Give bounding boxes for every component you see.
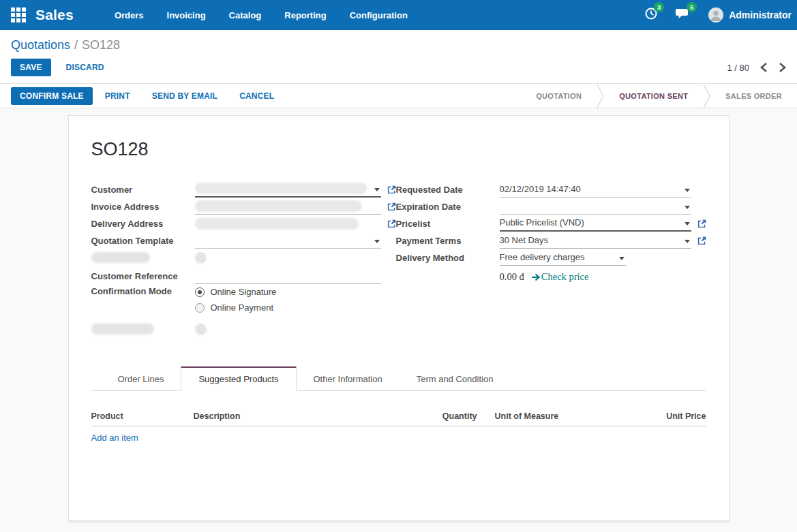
cancel-button[interactable]: CANCEL — [230, 88, 284, 104]
confirmation-mode-row: Confirmation Mode Online Signature Onlin… — [91, 284, 396, 315]
dropdown-caret-icon[interactable] — [374, 240, 380, 243]
check-price-button[interactable]: Check price — [531, 271, 589, 283]
state-sales-order[interactable]: SALES ORDER — [710, 84, 797, 108]
activities-badge: 3 — [654, 2, 664, 12]
print-button[interactable]: PRINT — [95, 88, 140, 104]
dropdown-caret-icon[interactable] — [685, 222, 690, 225]
redacted-customer-value — [195, 183, 367, 194]
dropdown-caret-icon[interactable] — [685, 206, 690, 209]
form-statusbar: CONFIRM SALE PRINT SEND BY EMAIL CANCEL … — [0, 83, 797, 108]
payment-terms-field[interactable]: 30 Net Days — [500, 234, 691, 249]
nav-item-orders[interactable]: Orders — [115, 10, 144, 20]
customer-field[interactable] — [195, 183, 381, 198]
state-arrow-icon — [703, 84, 710, 108]
statusbar-states: QUOTATION QUOTATION SENT SALES ORDER — [521, 84, 797, 108]
online-signature-radio[interactable]: Online Signature — [195, 284, 277, 300]
pager-value: 1 / 80 — [727, 63, 749, 73]
customer-reference-label: Customer Reference — [91, 271, 195, 284]
apps-grid-icon[interactable] — [11, 7, 26, 22]
header-quantity[interactable]: Quantity — [406, 409, 477, 426]
expiration-date-label: Expiration Date — [396, 202, 500, 215]
radio-checked-icon — [195, 287, 205, 297]
requested-date-value: 02/12/2019 14:47:40 — [500, 183, 680, 195]
redacted-invoice-address-value — [195, 200, 362, 212]
delivery-method-value: Free delivery charges — [500, 251, 615, 263]
control-panel-buttons: SAVE DISCARD 1 / 80 — [11, 59, 786, 76]
breadcrumb-quotations[interactable]: Quotations — [11, 38, 70, 52]
save-button[interactable]: SAVE — [11, 59, 51, 76]
tab-suggested-products[interactable]: Suggested Products — [181, 366, 296, 391]
send-by-email-button[interactable]: SEND BY EMAIL — [142, 88, 227, 104]
tab-other-information[interactable]: Other Information — [297, 366, 400, 391]
customer-row: Customer — [91, 181, 396, 198]
delivery-address-label: Delivery Address — [91, 219, 195, 232]
arrow-right-icon — [531, 273, 541, 281]
pricelist-label: Pricelist — [396, 219, 500, 232]
header-unit-price[interactable]: Unit Price — [612, 409, 706, 426]
redacted-delivery-address-value — [195, 218, 359, 230]
messages-button[interactable]: 5 — [676, 7, 691, 23]
online-signature-label: Online Signature — [211, 287, 277, 297]
dropdown-caret-icon[interactable] — [685, 240, 690, 243]
breadcrumb-current: SO128 — [82, 38, 120, 52]
header-product[interactable]: Product — [91, 409, 194, 426]
breadcrumb: Quotations/SO128 — [11, 36, 786, 54]
invoice-address-field[interactable] — [195, 200, 381, 215]
external-link-icon[interactable] — [697, 236, 706, 248]
clock-icon — [644, 11, 658, 22]
header-unit-of-measure[interactable]: Unit of Measure — [477, 409, 612, 426]
delivery-method-field[interactable]: Free delivery charges — [500, 251, 626, 266]
redacted-checkbox-field[interactable] — [195, 252, 396, 266]
state-quotation[interactable]: QUOTATION — [521, 84, 597, 108]
top-navbar: Sales Orders Invoicing Catalog Reporting… — [0, 0, 797, 30]
dropdown-caret-icon[interactable] — [685, 189, 690, 192]
delivery-address-field[interactable] — [195, 218, 381, 232]
pager-previous-button[interactable] — [760, 63, 768, 72]
dropdown-caret-icon[interactable] — [619, 257, 625, 260]
redacted-checkbox — [195, 252, 207, 264]
tab-order-lines[interactable]: Order Lines — [101, 366, 181, 391]
customer-reference-field[interactable] — [195, 270, 381, 284]
pricelist-field[interactable]: Public Pricelist (VND) — [500, 217, 691, 232]
user-menu[interactable]: Administrator — [708, 7, 792, 22]
tab-term-and-condition[interactable]: Term and Condition — [400, 366, 511, 391]
suggested-products-table: Product Description Quantity Unit of Mea… — [91, 391, 706, 449]
statusbar-buttons: CONFIRM SALE PRINT SEND BY EMAIL CANCEL — [11, 87, 284, 105]
external-link-icon[interactable] — [387, 202, 396, 214]
redacted-checkbox-field[interactable] — [195, 324, 396, 337]
nav-item-reporting[interactable]: Reporting — [284, 10, 326, 20]
payment-terms-row: Payment Terms 30 Net Days — [396, 232, 706, 249]
expiration-date-value — [500, 200, 680, 212]
discard-button[interactable]: DISCARD — [58, 59, 112, 76]
external-link-icon[interactable] — [697, 219, 706, 231]
external-link-icon[interactable] — [387, 219, 396, 231]
external-link-icon[interactable] — [387, 185, 396, 197]
chat-icon — [676, 11, 691, 22]
requested-date-field[interactable]: 02/12/2019 14:47:40 — [500, 183, 691, 198]
online-payment-radio[interactable]: Online Payment — [195, 300, 277, 315]
nav-menu: Orders Invoicing Catalog Reporting Confi… — [115, 10, 408, 20]
pager-next-button[interactable] — [779, 63, 786, 72]
delivery-method-row: Delivery Method Free delivery charges — [396, 249, 706, 266]
state-quotation-sent[interactable]: QUOTATION SENT — [604, 84, 703, 108]
quotation-template-field[interactable] — [195, 234, 381, 249]
nav-item-invoicing[interactable]: Invoicing — [167, 10, 206, 20]
activities-button[interactable]: 3 — [644, 7, 658, 23]
confirmation-mode-label: Confirmation Mode — [91, 284, 195, 299]
dropdown-caret-icon[interactable] — [374, 188, 380, 191]
nav-item-catalog[interactable]: Catalog — [229, 10, 262, 20]
payment-terms-label: Payment Terms — [396, 236, 500, 249]
add-an-item-link[interactable]: Add an item — [91, 426, 706, 449]
delivery-price-row: 0.00 đ Check price — [396, 266, 706, 283]
redacted-row — [91, 320, 396, 337]
delivery-method-label: Delivery Method — [396, 253, 500, 266]
messages-badge: 5 — [687, 2, 697, 12]
avatar — [708, 7, 723, 22]
right-column: Requested Date 02/12/2019 14:47:40 Expir… — [396, 181, 706, 337]
nav-item-configuration[interactable]: Configuration — [350, 10, 408, 20]
header-description[interactable]: Description — [194, 409, 406, 426]
confirm-sale-button[interactable]: CONFIRM SALE — [11, 87, 93, 105]
expiration-date-field[interactable] — [500, 200, 691, 215]
app-brand[interactable]: Sales — [35, 7, 74, 23]
radio-unchecked-icon — [195, 303, 205, 313]
